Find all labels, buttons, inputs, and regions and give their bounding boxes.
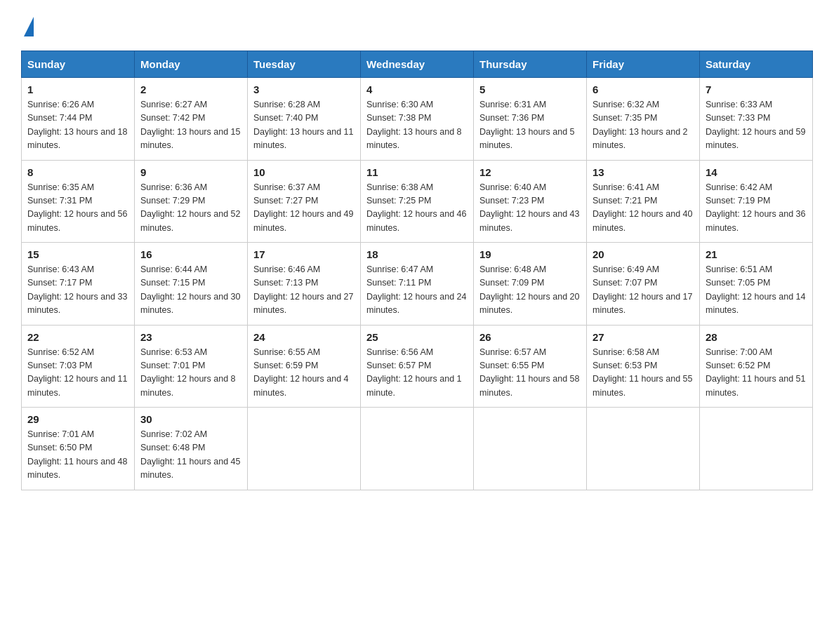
day-info: Sunrise: 7:00 AMSunset: 6:52 PMDaylight:…: [706, 346, 807, 401]
day-info: Sunrise: 6:44 AMSunset: 7:15 PMDaylight:…: [140, 263, 241, 318]
day-number: 22: [27, 331, 128, 343]
day-info: Sunrise: 6:27 AMSunset: 7:42 PMDaylight:…: [140, 98, 241, 153]
weekday-header-sunday: Sunday: [22, 51, 135, 78]
day-number: 16: [140, 248, 241, 260]
calendar-cell: 18Sunrise: 6:47 AMSunset: 7:11 PMDayligh…: [361, 243, 474, 326]
calendar-cell: 19Sunrise: 6:48 AMSunset: 7:09 PMDayligh…: [474, 243, 587, 326]
day-info: Sunrise: 6:35 AMSunset: 7:31 PMDaylight:…: [27, 181, 128, 236]
day-info: Sunrise: 6:49 AMSunset: 7:07 PMDaylight:…: [593, 263, 694, 318]
day-number: 20: [593, 248, 694, 260]
day-info: Sunrise: 6:33 AMSunset: 7:33 PMDaylight:…: [706, 98, 807, 153]
day-info: Sunrise: 7:01 AMSunset: 6:50 PMDaylight:…: [27, 428, 128, 483]
calendar-cell: 9Sunrise: 6:36 AMSunset: 7:29 PMDaylight…: [135, 160, 248, 243]
day-number: 19: [479, 248, 581, 260]
day-number: 23: [140, 331, 241, 343]
calendar-week-row: 15Sunrise: 6:43 AMSunset: 7:17 PMDayligh…: [22, 243, 813, 326]
calendar-cell: 10Sunrise: 6:37 AMSunset: 7:27 PMDayligh…: [248, 160, 361, 243]
calendar-cell: 27Sunrise: 6:58 AMSunset: 6:53 PMDayligh…: [587, 325, 700, 408]
calendar-cell: 17Sunrise: 6:46 AMSunset: 7:13 PMDayligh…: [248, 243, 361, 326]
logo-triangle-icon: [24, 17, 34, 36]
calendar-table: SundayMondayTuesdayWednesdayThursdayFrid…: [21, 51, 813, 490]
weekday-header-thursday: Thursday: [474, 51, 587, 78]
weekday-header-friday: Friday: [587, 51, 700, 78]
calendar-cell: [587, 408, 700, 490]
day-info: Sunrise: 6:46 AMSunset: 7:13 PMDaylight:…: [253, 263, 355, 318]
day-info: Sunrise: 6:40 AMSunset: 7:23 PMDaylight:…: [479, 181, 581, 236]
weekday-header-tuesday: Tuesday: [248, 51, 361, 78]
day-number: 29: [27, 413, 128, 425]
logo: [21, 14, 34, 36]
calendar-cell: 26Sunrise: 6:57 AMSunset: 6:55 PMDayligh…: [474, 325, 587, 408]
calendar-cell: 4Sunrise: 6:30 AMSunset: 7:38 PMDaylight…: [361, 78, 474, 161]
day-info: Sunrise: 6:28 AMSunset: 7:40 PMDaylight:…: [253, 98, 355, 153]
day-info: Sunrise: 6:42 AMSunset: 7:19 PMDaylight:…: [706, 181, 807, 236]
day-number: 28: [706, 331, 807, 343]
weekday-header-wednesday: Wednesday: [361, 51, 474, 78]
day-number: 5: [479, 83, 581, 95]
calendar-week-row: 1Sunrise: 6:26 AMSunset: 7:44 PMDaylight…: [22, 78, 813, 161]
calendar-cell: 16Sunrise: 6:44 AMSunset: 7:15 PMDayligh…: [135, 243, 248, 326]
calendar-cell: 23Sunrise: 6:53 AMSunset: 7:01 PMDayligh…: [135, 325, 248, 408]
day-info: Sunrise: 6:38 AMSunset: 7:25 PMDaylight:…: [366, 181, 468, 236]
calendar-cell: 24Sunrise: 6:55 AMSunset: 6:59 PMDayligh…: [248, 325, 361, 408]
calendar-cell: [248, 408, 361, 490]
day-number: 25: [366, 331, 468, 343]
calendar-cell: 15Sunrise: 6:43 AMSunset: 7:17 PMDayligh…: [22, 243, 135, 326]
day-number: 30: [140, 413, 241, 425]
day-number: 7: [706, 83, 807, 95]
calendar-week-row: 8Sunrise: 6:35 AMSunset: 7:31 PMDaylight…: [22, 160, 813, 243]
calendar-cell: 25Sunrise: 6:56 AMSunset: 6:57 PMDayligh…: [361, 325, 474, 408]
day-info: Sunrise: 6:51 AMSunset: 7:05 PMDaylight:…: [706, 263, 807, 318]
day-info: Sunrise: 6:43 AMSunset: 7:17 PMDaylight:…: [27, 263, 128, 318]
weekday-header-saturday: Saturday: [700, 51, 813, 78]
calendar-cell: 6Sunrise: 6:32 AMSunset: 7:35 PMDaylight…: [587, 78, 700, 161]
day-info: Sunrise: 7:02 AMSunset: 6:48 PMDaylight:…: [140, 428, 241, 483]
calendar-cell: 11Sunrise: 6:38 AMSunset: 7:25 PMDayligh…: [361, 160, 474, 243]
calendar-week-row: 29Sunrise: 7:01 AMSunset: 6:50 PMDayligh…: [22, 408, 813, 490]
day-info: Sunrise: 6:48 AMSunset: 7:09 PMDaylight:…: [479, 263, 581, 318]
day-number: 18: [366, 248, 468, 260]
day-info: Sunrise: 6:30 AMSunset: 7:38 PMDaylight:…: [366, 98, 468, 153]
calendar-cell: 13Sunrise: 6:41 AMSunset: 7:21 PMDayligh…: [587, 160, 700, 243]
day-number: 24: [253, 331, 355, 343]
calendar-cell: 3Sunrise: 6:28 AMSunset: 7:40 PMDaylight…: [248, 78, 361, 161]
day-info: Sunrise: 6:36 AMSunset: 7:29 PMDaylight:…: [140, 181, 241, 236]
calendar-cell: 29Sunrise: 7:01 AMSunset: 6:50 PMDayligh…: [22, 408, 135, 490]
weekday-header-row: SundayMondayTuesdayWednesdayThursdayFrid…: [22, 51, 813, 78]
day-number: 17: [253, 248, 355, 260]
day-info: Sunrise: 6:41 AMSunset: 7:21 PMDaylight:…: [593, 181, 694, 236]
weekday-header-monday: Monday: [135, 51, 248, 78]
calendar-week-row: 22Sunrise: 6:52 AMSunset: 7:03 PMDayligh…: [22, 325, 813, 408]
day-number: 13: [593, 166, 694, 178]
day-info: Sunrise: 6:37 AMSunset: 7:27 PMDaylight:…: [253, 181, 355, 236]
day-number: 8: [27, 166, 128, 178]
day-number: 11: [366, 166, 468, 178]
calendar-cell: 22Sunrise: 6:52 AMSunset: 7:03 PMDayligh…: [22, 325, 135, 408]
day-info: Sunrise: 6:31 AMSunset: 7:36 PMDaylight:…: [479, 98, 581, 153]
day-number: 21: [706, 248, 807, 260]
day-number: 26: [479, 331, 581, 343]
calendar-cell: [474, 408, 587, 490]
day-info: Sunrise: 6:55 AMSunset: 6:59 PMDaylight:…: [253, 346, 355, 401]
calendar-cell: 1Sunrise: 6:26 AMSunset: 7:44 PMDaylight…: [22, 78, 135, 161]
calendar-cell: 20Sunrise: 6:49 AMSunset: 7:07 PMDayligh…: [587, 243, 700, 326]
day-number: 15: [27, 248, 128, 260]
calendar-cell: [700, 408, 813, 490]
day-number: 12: [479, 166, 581, 178]
calendar-cell: 30Sunrise: 7:02 AMSunset: 6:48 PMDayligh…: [135, 408, 248, 490]
day-number: 4: [366, 83, 468, 95]
calendar-cell: 5Sunrise: 6:31 AMSunset: 7:36 PMDaylight…: [474, 78, 587, 161]
calendar-cell: 12Sunrise: 6:40 AMSunset: 7:23 PMDayligh…: [474, 160, 587, 243]
calendar-cell: 21Sunrise: 6:51 AMSunset: 7:05 PMDayligh…: [700, 243, 813, 326]
day-info: Sunrise: 6:57 AMSunset: 6:55 PMDaylight:…: [479, 346, 581, 401]
page-header: [21, 14, 813, 36]
day-number: 14: [706, 166, 807, 178]
day-number: 27: [593, 331, 694, 343]
day-info: Sunrise: 6:53 AMSunset: 7:01 PMDaylight:…: [140, 346, 241, 401]
day-number: 2: [140, 83, 241, 95]
calendar-cell: 28Sunrise: 7:00 AMSunset: 6:52 PMDayligh…: [700, 325, 813, 408]
day-number: 3: [253, 83, 355, 95]
day-info: Sunrise: 6:47 AMSunset: 7:11 PMDaylight:…: [366, 263, 468, 318]
day-number: 10: [253, 166, 355, 178]
day-info: Sunrise: 6:26 AMSunset: 7:44 PMDaylight:…: [27, 98, 128, 153]
